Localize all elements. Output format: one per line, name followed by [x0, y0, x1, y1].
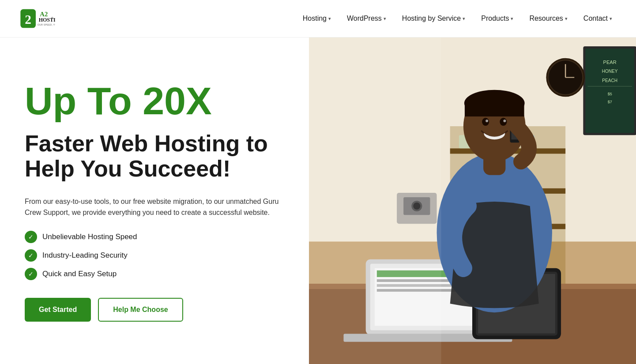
cta-buttons: Get Started Help Me Choose: [25, 298, 288, 322]
chevron-down-icon: ▾: [565, 16, 568, 22]
svg-point-55: [485, 120, 488, 122]
chevron-down-icon: ▾: [511, 16, 513, 22]
svg-text:PEACH: PEACH: [602, 78, 617, 83]
feature-label-speed: Unbelievable Hosting Speed: [42, 233, 137, 241]
feature-item-security: ✓ Industry-Leading Security: [25, 249, 288, 262]
svg-rect-52: [465, 103, 524, 116]
feature-item-speed: ✓ Unbelievable Hosting Speed: [25, 231, 288, 243]
svg-text:®: ®: [51, 17, 53, 19]
hero-description: From our easy-to-use tools, to our free …: [25, 196, 288, 218]
svg-rect-59: [309, 38, 441, 364]
hero-headline-top: Up To 20X: [25, 82, 288, 120]
features-list: ✓ Unbelievable Hosting Speed ✓ Industry-…: [25, 231, 288, 280]
chevron-down-icon: ▾: [328, 16, 331, 22]
get-started-button[interactable]: Get Started: [25, 298, 91, 322]
svg-text:2: 2: [25, 12, 31, 26]
feature-label-security: Industry-Leading Security: [42, 251, 128, 260]
nav-resources[interactable]: Resources ▾: [523, 11, 573, 26]
chevron-down-icon: ▾: [610, 16, 612, 22]
nav-contact[interactable]: Contact ▾: [577, 11, 618, 26]
main-nav: 2 A2 HOSTING OUR SPEED, YOUR SUCCESS ® H…: [0, 0, 636, 38]
feature-label-setup: Quick and Easy Setup: [42, 270, 117, 278]
feature-item-setup: ✓ Quick and Easy Setup: [25, 268, 288, 280]
svg-text:OUR SPEED, YOUR SUCCESS: OUR SPEED, YOUR SUCCESS: [38, 23, 55, 26]
chevron-down-icon: ▾: [384, 16, 386, 22]
svg-point-53: [482, 118, 489, 126]
nav-links: Hosting ▾ WordPress ▾ Hosting by Service…: [297, 11, 618, 26]
svg-text:HONEY: HONEY: [602, 69, 618, 74]
nav-wordpress[interactable]: WordPress ▾: [341, 11, 392, 26]
logo[interactable]: 2 A2 HOSTING OUR SPEED, YOUR SUCCESS ®: [18, 3, 57, 34]
chevron-down-icon: ▾: [463, 16, 465, 22]
svg-text:$7: $7: [608, 100, 612, 104]
svg-point-56: [503, 120, 506, 122]
help-me-choose-button[interactable]: Help Me Choose: [98, 298, 183, 322]
svg-point-54: [500, 118, 507, 126]
svg-text:$5: $5: [608, 92, 612, 96]
nav-hosting[interactable]: Hosting ▾: [297, 11, 337, 26]
hero-content: Up To 20X Faster Web Hosting to Help You…: [0, 38, 309, 364]
nav-hosting-by-service[interactable]: Hosting by Service ▾: [396, 11, 471, 26]
check-icon: ✓: [25, 249, 37, 262]
hero-section: Up To 20X Faster Web Hosting to Help You…: [0, 38, 636, 364]
hero-headline-sub: Faster Web Hosting to Help You Succeed!: [25, 131, 288, 181]
nav-products[interactable]: Products ▾: [475, 11, 519, 26]
check-icon: ✓: [25, 231, 37, 243]
check-icon: ✓: [25, 268, 37, 280]
svg-text:PEAR: PEAR: [603, 60, 617, 65]
hero-image: PEAR HONEY PEACH $5 $7: [309, 38, 636, 364]
